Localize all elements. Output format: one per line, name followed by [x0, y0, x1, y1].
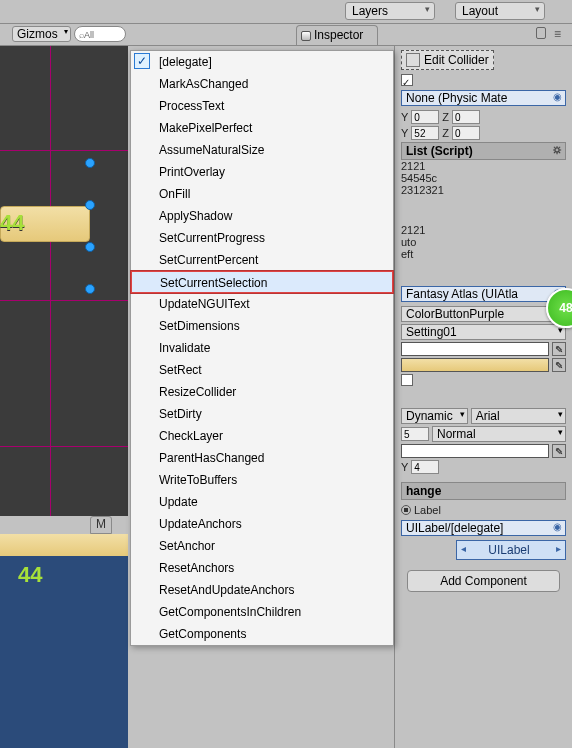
menu-item[interactable]: GetComponentsInChildren — [131, 601, 393, 623]
menu-item[interactable]: ParentHasChanged — [131, 447, 393, 469]
y-field[interactable] — [411, 110, 439, 124]
lock-icon[interactable] — [536, 27, 546, 39]
menu-item[interactable]: SetCurrentPercent — [131, 249, 393, 271]
menu-item[interactable]: ProcessText — [131, 95, 393, 117]
menu-item-label: SetDimensions — [159, 319, 240, 333]
search-input[interactable]: ⌕All — [74, 26, 126, 42]
menu-item[interactable]: ResetAnchors — [131, 557, 393, 579]
menu-item[interactable]: OnFill — [131, 183, 393, 205]
menu-item[interactable]: SetCurrentProgress — [131, 227, 393, 249]
y-field[interactable] — [411, 460, 439, 474]
label-z: Z — [442, 111, 449, 123]
menu-item[interactable]: AssumeNaturalSize — [131, 139, 393, 161]
checkbox[interactable] — [401, 74, 413, 86]
gizmos-dropdown[interactable]: Gizmos — [12, 26, 71, 42]
panel-menu-icon[interactable] — [554, 27, 566, 39]
checkbox[interactable] — [401, 374, 413, 386]
layout-label: Layout — [462, 4, 498, 18]
color-swatch[interactable] — [401, 358, 549, 372]
menu-item-label: SetDirty — [159, 407, 202, 421]
atlas-field[interactable]: Fantasy Atlas (UIAtla — [401, 286, 566, 302]
menu-item-label: SetCurrentSelection — [160, 276, 267, 290]
physic-material-field[interactable]: None (Physic Mate — [401, 90, 566, 106]
menu-item[interactable]: MarkAsChanged — [131, 73, 393, 95]
game-view[interactable]: 44 — [0, 534, 128, 748]
setting-dropdown[interactable]: Setting01 — [401, 324, 566, 340]
guide-line — [0, 300, 128, 301]
menu-item[interactable]: PrintOverlay — [131, 161, 393, 183]
resize-handle[interactable] — [85, 158, 95, 168]
inspector-icon — [301, 31, 311, 41]
add-component-button[interactable]: Add Component — [407, 570, 560, 592]
menu-item[interactable]: MakePixelPerfect — [131, 117, 393, 139]
z-field[interactable] — [452, 126, 480, 140]
sprite-dropdown[interactable]: ColorButtonPurple — [401, 306, 566, 322]
z-field[interactable] — [452, 110, 480, 124]
menu-item[interactable]: SetRect — [131, 359, 393, 381]
font-style-dropdown[interactable]: Normal — [432, 426, 566, 442]
collider-icon — [406, 53, 420, 67]
eyedropper-icon[interactable]: ✎ — [552, 342, 566, 356]
menu-item-label: CheckLayer — [159, 429, 223, 443]
color-swatch[interactable] — [401, 342, 549, 356]
wood-strip — [0, 534, 128, 556]
menu-item[interactable]: SetDimensions — [131, 315, 393, 337]
scene-toolbar: Gizmos ⌕All Inspector — [0, 24, 572, 46]
method-dropdown-menu: ✓[delegate]MarkAsChangedProcessTextMakeP… — [130, 50, 394, 646]
eyedropper-icon[interactable]: ✎ — [552, 444, 566, 458]
menu-item-label: PrintOverlay — [159, 165, 225, 179]
menu-item[interactable]: SetAnchor — [131, 535, 393, 557]
resize-handle[interactable] — [85, 200, 95, 210]
menu-item[interactable]: ResizeCollider — [131, 381, 393, 403]
menu-item-label: GetComponents — [159, 627, 246, 641]
menu-item-label: ResetAnchors — [159, 561, 234, 575]
color-swatch[interactable] — [401, 444, 549, 458]
menu-item[interactable]: ResetAndUpdateAnchors — [131, 579, 393, 601]
menu-item[interactable]: UpdateAnchors — [131, 513, 393, 535]
target-object-field[interactable]: UILabel/[delegate] — [401, 520, 566, 536]
menu-item-label: UpdateNGUIText — [159, 297, 250, 311]
menu-item[interactable]: WriteToBuffers — [131, 469, 393, 491]
menu-item[interactable]: SetDirty — [131, 403, 393, 425]
font-type-dropdown[interactable]: Dynamic — [401, 408, 468, 424]
font-size-field[interactable] — [401, 427, 429, 441]
scene-view[interactable]: 44 — [0, 46, 128, 516]
section-change[interactable]: hange — [401, 482, 566, 500]
label-value: 44 — [18, 562, 42, 588]
radio-target[interactable] — [401, 505, 411, 515]
menu-item[interactable]: UpdateNGUIText — [131, 293, 393, 315]
section-list-script[interactable]: List (Script) ⛭ — [401, 142, 566, 160]
menu-item[interactable]: Update — [131, 491, 393, 513]
layout-dropdown[interactable]: Layout — [455, 2, 545, 20]
menu-item[interactable]: GetComponents — [131, 623, 393, 645]
tab-inspector[interactable]: Inspector — [296, 25, 378, 45]
resize-handle[interactable] — [85, 284, 95, 294]
menu-item[interactable]: ✓[delegate] — [131, 51, 393, 73]
eyedropper-icon[interactable]: ✎ — [552, 358, 566, 372]
label-y: Y — [401, 111, 408, 123]
layers-dropdown[interactable]: Layers — [345, 2, 435, 20]
menu-item-label: AssumeNaturalSize — [159, 143, 264, 157]
top-toolbar: Layers Layout — [0, 0, 572, 24]
menu-item-label: UpdateAnchors — [159, 517, 242, 531]
tab-stub[interactable] — [90, 516, 112, 534]
inspector-panel: Edit Collider None (Physic Mate Y Z Y Z … — [394, 46, 572, 748]
menu-item[interactable]: SetCurrentSelection — [131, 271, 393, 293]
menu-item-label: [delegate] — [159, 55, 212, 69]
menu-item-label: ParentHasChanged — [159, 451, 264, 465]
edit-collider-button[interactable]: Edit Collider — [401, 50, 494, 70]
gear-icon[interactable]: ⛭ — [552, 144, 563, 156]
uilabel-popup[interactable]: UILabel — [456, 540, 566, 560]
check-icon: ✓ — [134, 53, 150, 69]
menu-item[interactable]: Invalidate — [131, 337, 393, 359]
search-placeholder: All — [84, 30, 94, 40]
font-family-dropdown[interactable]: Arial — [471, 408, 566, 424]
label-value: 44 — [0, 210, 24, 236]
label-y: Y — [401, 461, 408, 473]
menu-item[interactable]: CheckLayer — [131, 425, 393, 447]
y-field[interactable] — [411, 126, 439, 140]
resize-handle[interactable] — [85, 242, 95, 252]
menu-item-label: ProcessText — [159, 99, 224, 113]
value: eft — [401, 248, 566, 260]
menu-item[interactable]: ApplyShadow — [131, 205, 393, 227]
